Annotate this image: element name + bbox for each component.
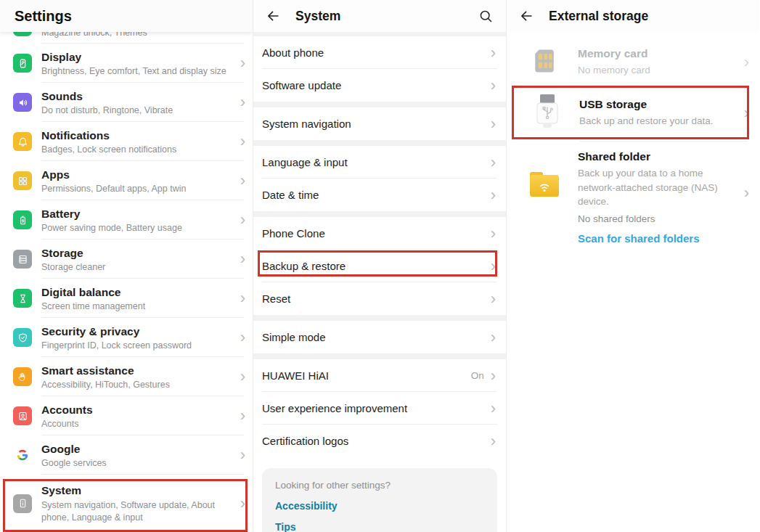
back-button[interactable] — [263, 7, 282, 25]
system-item-date-time[interactable]: Date & time › — [253, 179, 506, 211]
settings-item-system[interactable]: SystemSystem navigation, Software update… — [0, 475, 253, 532]
item-label: About phone — [262, 46, 486, 59]
usb-storage-icon — [534, 93, 560, 134]
item-subtitle: Permissions, Default apps, App twin — [41, 184, 236, 194]
settings-item-apps[interactable]: AppsPermissions, Default apps, App twin … — [0, 161, 253, 200]
chevron-right-icon: › — [491, 433, 496, 449]
item-label: HUAWEI HiAI — [262, 369, 471, 382]
back-button[interactable] — [517, 7, 536, 25]
settings-item-display[interactable]: DisplayBrightness, Eye comfort, Text and… — [0, 44, 253, 83]
system-item-phone-clone[interactable]: Phone Clone › — [253, 217, 506, 250]
storage-item-usb[interactable]: USB storage Back up and restore your dat… — [507, 86, 759, 141]
system-item-reset[interactable]: Reset › — [253, 282, 506, 315]
item-subtitle: Back up your data to a home network-atta… — [578, 166, 729, 209]
hand-icon — [13, 367, 32, 386]
chevron-right-icon: › — [240, 94, 245, 110]
item-title: Google — [41, 442, 236, 457]
settings-item-security-privacy[interactable]: Security & privacyFingerprint ID, Lock s… — [0, 318, 253, 357]
item-subtitle: Accessibility, HiTouch, Gestures — [41, 380, 236, 390]
settings-item-google[interactable]: GoogleGoogle services › — [0, 435, 253, 475]
sounds-icon — [13, 93, 32, 112]
item-title: System — [41, 483, 236, 498]
external-storage-header: External storage — [507, 0, 759, 32]
item-label: System navigation — [262, 118, 486, 130]
item-label: Backup & restore — [262, 260, 486, 272]
settings-item-accounts[interactable]: AccountsAccounts › — [0, 396, 253, 435]
settings-item-sounds[interactable]: SoundsDo not disturb, Ringtone, Vibrate … — [0, 83, 253, 122]
chevron-right-icon: › — [240, 369, 245, 385]
item-title: Accounts — [41, 403, 236, 417]
memory-card-icon — [530, 46, 559, 78]
search-icon — [478, 9, 494, 24]
item-title: Shared folder — [578, 150, 740, 163]
spacer — [253, 457, 506, 468]
chevron-right-icon: › — [240, 408, 245, 424]
item-value: On — [471, 370, 484, 381]
chevron-right-icon: › — [744, 105, 749, 121]
chevron-right-icon: › — [240, 173, 245, 189]
system-header: System — [253, 0, 506, 32]
item-subtitle: Do not disturb, Ringtone, Vibrate — [41, 105, 236, 115]
storage-item-shared-folder[interactable]: Shared folder Back up your data to a hom… — [507, 141, 759, 253]
system-item-huawei-hiai[interactable]: HUAWEI HiAI On › — [253, 359, 506, 392]
item-title: Memory card — [578, 47, 740, 60]
chevron-right-icon: › — [240, 134, 245, 150]
item-subtitle: Fingerprint ID, Lock screen password — [41, 340, 236, 351]
chevron-right-icon: › — [491, 226, 496, 242]
item-subtitle: Screen time management — [41, 301, 236, 311]
scan-shared-folders-link[interactable]: Scan for shared folders — [578, 232, 700, 245]
settings-item-notifications[interactable]: NotificationsBadges, Lock screen notific… — [0, 122, 253, 161]
card-heading: Looking for other settings? — [275, 480, 484, 491]
system-item-language-input[interactable]: Language & input › — [253, 146, 506, 179]
chevron-right-icon: › — [491, 155, 496, 171]
accessibility-link[interactable]: Accessibility — [275, 500, 484, 512]
item-title: Display — [41, 50, 236, 65]
notifications-icon — [13, 132, 32, 151]
search-button[interactable] — [475, 6, 496, 26]
panel-settings: Settings Magazine unlock, Themes Display… — [0, 0, 253, 532]
storage-icon — [13, 250, 32, 269]
back-arrow-icon — [518, 8, 534, 24]
item-subtitle: System navigation, Software update, Abou… — [41, 499, 236, 524]
chevron-right-icon: › — [240, 496, 245, 512]
item-title: USB storage — [579, 98, 740, 111]
settings-item-digital-balance[interactable]: Digital balanceScreen time management › — [0, 279, 253, 318]
settings-item-partial[interactable]: Magazine unlock, Themes — [0, 32, 253, 44]
chevron-right-icon: › — [240, 212, 245, 228]
panel-external-storage: External storage Memory card No memory c… — [507, 0, 759, 532]
chevron-right-icon: › — [491, 116, 496, 132]
system-phone-icon — [13, 494, 32, 513]
item-title: Smart assistance — [41, 364, 236, 378]
item-label: Certification logos — [262, 435, 486, 447]
item-subtitle: Accounts — [41, 419, 236, 429]
settings-item-storage[interactable]: StorageStorage cleaner › — [0, 240, 253, 279]
chevron-right-icon: › — [491, 45, 496, 61]
settings-item-smart-assistance[interactable]: Smart assistanceAccessibility, HiTouch, … — [0, 357, 253, 396]
system-item-software-update[interactable]: Software update › — [253, 69, 506, 102]
system-item-certification-logos[interactable]: Certification logos › — [253, 425, 506, 457]
item-subtitle: Power saving mode, Battery usage — [41, 223, 236, 233]
system-item-backup-restore[interactable]: Backup & restore › — [253, 250, 506, 282]
item-title: Apps — [41, 168, 236, 182]
person-icon — [13, 406, 32, 425]
google-g-icon — [13, 446, 32, 465]
item-label: Reset — [262, 292, 486, 305]
chevron-right-icon: › — [240, 55, 245, 71]
chevron-right-icon: › — [491, 401, 496, 417]
panel-system: System About phone › Software update › S… — [253, 0, 507, 532]
system-item-user-experience[interactable]: User experience improvement › — [253, 392, 506, 425]
item-label: User experience improvement — [262, 402, 486, 414]
item-label: Simple mode — [262, 331, 486, 343]
system-item-simple-mode[interactable]: Simple mode › — [253, 321, 506, 353]
chevron-right-icon: › — [491, 291, 496, 307]
tips-link[interactable]: Tips — [275, 521, 484, 532]
display-icon — [13, 54, 32, 73]
apps-icon — [13, 171, 32, 190]
system-item-system-navigation[interactable]: System navigation › — [253, 107, 506, 140]
other-settings-card: Looking for other settings? Accessibilit… — [262, 468, 497, 532]
settings-item-battery[interactable]: BatteryPower saving mode, Battery usage … — [0, 200, 253, 240]
group-separator — [253, 102, 506, 107]
chevron-right-icon: › — [491, 368, 496, 384]
system-item-about-phone[interactable]: About phone › — [253, 36, 506, 69]
item-label: Software update — [262, 79, 486, 91]
